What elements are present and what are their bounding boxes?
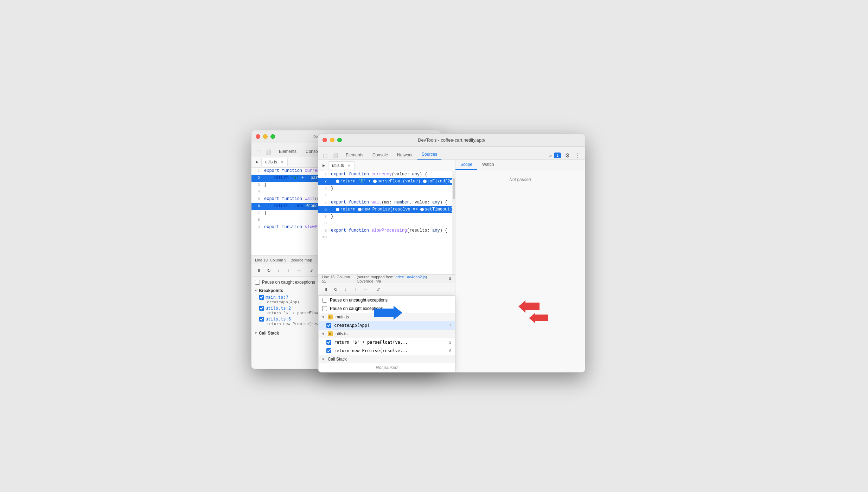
step-over-btn-back[interactable]: ↻ (265, 266, 273, 274)
cursor-icon-front[interactable]: ⬚ (321, 151, 330, 160)
code-line-8-front: 8 (318, 220, 455, 227)
scope-tab[interactable]: Scope (455, 160, 477, 170)
code-line-6-front: 6 return new Promise(resolve => setTimeo… (318, 206, 455, 213)
bp-utils2-check-back[interactable] (259, 306, 264, 311)
pause-caught-checkbox-back[interactable] (255, 280, 260, 285)
code-line-5-front: 5 export function wait(ms: number, value… (318, 199, 455, 206)
minimize-button-front[interactable] (330, 138, 334, 142)
scrollbar-front[interactable] (452, 171, 455, 274)
bp-main-label-back: main.ts:7 (266, 295, 288, 300)
breakpoints-label-back: Breakpoints (259, 288, 283, 293)
status-position-front: Line 13, Column 51 (322, 275, 352, 283)
window-title-front: DevTools - coffee-cart.netlify.app/ (418, 137, 485, 143)
title-bar-front: DevTools - coffee-cart.netlify.app/ (318, 134, 585, 147)
utils-ts-header: ▼ ts utils.ts (319, 330, 455, 338)
tabs-bar-front: ⬚ ⬜ Elements Console Network Sources » 1… (318, 147, 585, 160)
continue-btn-back[interactable]: → (294, 266, 302, 274)
bp-promise-check[interactable] (326, 348, 331, 353)
file-tab-bar-front: ▶ utils.ts ✕ (318, 160, 455, 171)
bp-parsefloat-row[interactable]: return '$' + parseFloat(va... 2 (319, 338, 455, 347)
more-tabs-icon[interactable]: » (549, 153, 552, 158)
call-stack-triangle-front: ▼ (321, 357, 325, 361)
code-line-7-front: 7 } (318, 213, 455, 220)
mobile-icon-front[interactable]: ⬜ (331, 151, 339, 160)
close-button-front[interactable] (323, 138, 327, 142)
download-icon-front[interactable]: ⬇ (448, 277, 452, 281)
step-out-btn-front[interactable]: ↑ (351, 285, 359, 293)
triangle-icon-back: ▼ (254, 289, 257, 292)
blue-arrow (374, 306, 402, 321)
debugger-toolbar-front: ⏸ ↻ ↓ ↑ → ⁄⁄ (318, 283, 455, 296)
pause-btn-front[interactable]: ⏸ (322, 285, 330, 293)
step-over-btn-front[interactable]: ↻ (332, 285, 339, 293)
call-stack-label-back: Call Stack (259, 331, 279, 336)
file-tab-close-front[interactable]: ✕ (347, 163, 351, 168)
not-paused-text: Not paused (376, 365, 397, 370)
status-sourcemap-front: (source mapped from index.1ac4eab2.js) C… (357, 275, 444, 283)
more-icon-front[interactable]: ⋮ (574, 151, 582, 160)
pause-caught-check[interactable] (322, 306, 327, 311)
svg-marker-1 (518, 300, 540, 313)
bp-utils6-check-back[interactable] (259, 317, 264, 322)
maximize-button-front[interactable] (337, 138, 342, 142)
minimize-button-back[interactable] (263, 134, 268, 139)
bp-promise-line: 6 (449, 349, 451, 353)
step-into-btn-back[interactable]: ↓ (275, 266, 282, 274)
utils-ts-triangle: ▼ (321, 332, 325, 336)
code-line-3-front: 3 } (318, 185, 455, 192)
pause-btn-back[interactable]: ⏸ (255, 266, 263, 274)
close-button-back[interactable] (256, 134, 260, 139)
bp-utils6-label-back: utils.ts:6 (266, 317, 291, 322)
tab-icons-back: ⬚ ⬜ (254, 148, 274, 156)
bp-promise-row[interactable]: return new Promise(resolve... 6 (319, 347, 455, 355)
file-tab-utils-front[interactable]: utils.ts ✕ (328, 161, 355, 169)
step-out-btn-back[interactable]: ↑ (285, 266, 292, 274)
code-line-9-front: 9 export function slowProcessing(results… (318, 227, 455, 234)
settings-icon-front[interactable]: ⚙ (563, 151, 572, 160)
bp-createapp-line: 7 (449, 323, 451, 328)
code-line-2-front: 2 return '$' + parseFloat(value).toFixed… (318, 178, 455, 185)
watch-tab[interactable]: Watch (477, 160, 499, 170)
bp-parsefloat-check[interactable] (326, 340, 331, 345)
main-ts-triangle: ▼ (321, 315, 325, 319)
bp-createapp-check[interactable] (326, 323, 331, 328)
red-arrow-2 (529, 313, 548, 325)
pause-uncaught-label: Pause on uncaught exceptions (330, 298, 388, 303)
bp-promise-label: return new Promise(resolve... (334, 348, 408, 353)
call-stack-header-front: ▼ Call Stack (319, 355, 455, 363)
tab-elements-front[interactable]: Elements (342, 150, 368, 160)
status-bar-front: Line 13, Column 51 (source mapped from i… (318, 274, 455, 283)
continue-btn-front[interactable]: → (361, 285, 369, 293)
window-controls-back (256, 134, 275, 139)
bp-parsefloat-label: return '$' + parseFloat(va... (334, 340, 408, 345)
file-tab-label-front: utils.ts (332, 163, 344, 168)
scroll-thumb-front[interactable] (453, 178, 455, 199)
bp-createapp-label: createApp(App) (334, 323, 370, 328)
play-icon-back[interactable]: ▶ (253, 158, 261, 166)
play-icon-front[interactable]: ▶ (320, 161, 328, 170)
tab-elements-back[interactable]: Elements (275, 147, 301, 156)
cursor-icon[interactable]: ⬚ (254, 148, 263, 156)
toolbar-sep-back (305, 267, 305, 273)
deactivate-btn-back[interactable]: ⁄⁄ (308, 266, 316, 274)
step-into-btn-front[interactable]: ↓ (342, 285, 349, 293)
tab-sources-front[interactable]: Sources (417, 150, 441, 160)
file-tab-utils-back[interactable]: utils.ts ✕ (261, 158, 288, 166)
pause-uncaught-check[interactable] (322, 298, 327, 303)
file-tab-close-back[interactable]: ✕ (281, 160, 284, 164)
tab-console-front[interactable]: Console (368, 150, 392, 160)
mobile-icon[interactable]: ⬜ (264, 148, 273, 156)
code-line-1-front: 1 export function currency(value: any) { (318, 171, 455, 178)
call-stack-label-front: Call Stack (328, 357, 347, 362)
status-link-front[interactable]: index.1ac4eab2.js (395, 275, 426, 279)
pause-uncaught-row: Pause on uncaught exceptions (319, 296, 455, 304)
bp-main-check-back[interactable] (259, 295, 264, 300)
bp-createapp-row[interactable]: createApp(App) 7 (319, 321, 455, 330)
deactivate-btn-front[interactable]: ⁄⁄ (375, 285, 383, 293)
not-paused-msg: Not paused (455, 170, 585, 189)
tab-network-front[interactable]: Network (393, 150, 417, 160)
maximize-button-back[interactable] (270, 134, 275, 139)
pause-caught-label-back: Pause on caught exceptions (262, 280, 315, 285)
badge-count[interactable]: 1 (554, 153, 561, 158)
status-sourcemap-back: (source map (291, 258, 312, 262)
